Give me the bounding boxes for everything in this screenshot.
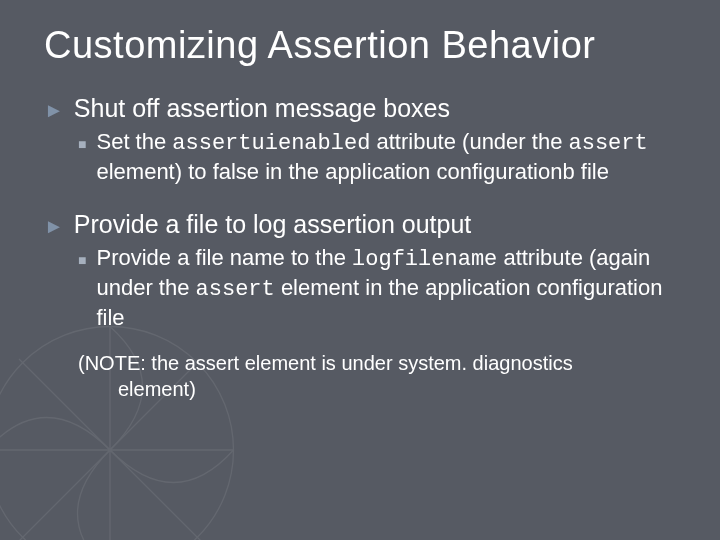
triangle-bullet-icon: ► — [44, 98, 64, 123]
bullet-2: ► Provide a file to log assertion output — [44, 209, 676, 240]
code-assert: assert — [568, 131, 647, 156]
bullet-2-text: Provide a file to log assertion output — [74, 209, 471, 240]
code-assertuienabled: assertuienabled — [172, 131, 370, 156]
bullet-1-1: ■ Set the assertuienabled attribute (und… — [78, 128, 676, 186]
triangle-bullet-icon: ► — [44, 214, 64, 239]
bullet-1-1-text: Set the assertuienabled attribute (under… — [96, 128, 676, 186]
bullet-2-1-text: Provide a file name to the logfilename a… — [96, 244, 676, 332]
code-assert: assert — [196, 277, 275, 302]
slide: Customizing Assertion Behavior ► Shut of… — [0, 0, 720, 540]
slide-title: Customizing Assertion Behavior — [44, 24, 676, 67]
square-bullet-icon: ■ — [78, 136, 86, 154]
code-logfilename: logfilename — [352, 247, 497, 272]
bullet-1: ► Shut off assertion message boxes — [44, 93, 676, 124]
bullet-2-1: ■ Provide a file name to the logfilename… — [78, 244, 676, 332]
note-text: (NOTE: the assert element is under syste… — [78, 350, 676, 402]
square-bullet-icon: ■ — [78, 252, 86, 270]
bullet-1-text: Shut off assertion message boxes — [74, 93, 450, 124]
